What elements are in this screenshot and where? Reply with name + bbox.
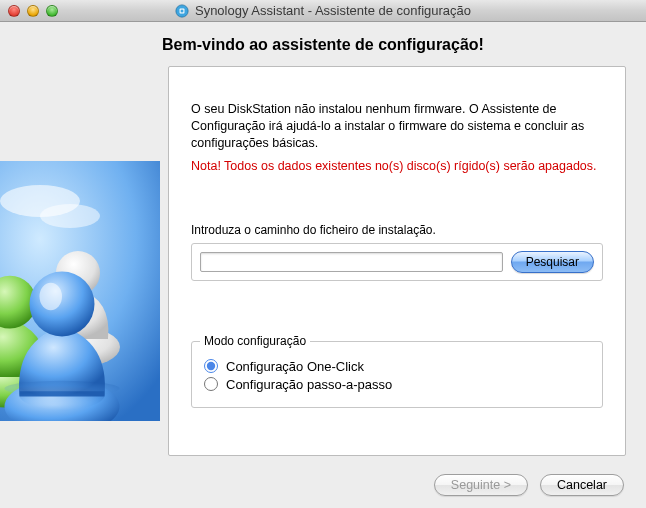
titlebar: Synology Assistant - Assistente de confi… xyxy=(0,0,646,22)
intro-text: O seu DiskStation não instalou nenhum fi… xyxy=(191,101,603,152)
radio-one-click-input[interactable] xyxy=(204,359,218,373)
warning-text: Nota! Todos os dados existentes no(s) di… xyxy=(191,158,603,175)
app-icon xyxy=(175,4,189,18)
window-body: Bem-vindo ao assistente de configuração! xyxy=(0,22,646,508)
mode-fieldset: Modo configuração Configuração One-Click… xyxy=(191,341,603,408)
install-path-input[interactable] xyxy=(200,252,503,272)
footer-buttons: Seguinte > Cancelar xyxy=(434,474,624,496)
radio-step-input[interactable] xyxy=(204,377,218,391)
main-row: O seu DiskStation não instalou nenhum fi… xyxy=(0,66,646,456)
traffic-lights xyxy=(0,5,58,17)
svg-rect-2 xyxy=(181,9,184,12)
browse-button[interactable]: Pesquisar xyxy=(511,251,594,273)
radio-one-click[interactable]: Configuração One-Click xyxy=(204,359,590,374)
page-title: Bem-vindo ao assistente de configuração! xyxy=(0,36,646,54)
mode-legend: Modo configuração xyxy=(200,334,310,348)
window-title: Synology Assistant - Assistente de confi… xyxy=(195,3,471,18)
close-icon[interactable] xyxy=(8,5,20,17)
wizard-side-image xyxy=(0,126,160,456)
cancel-button[interactable]: Cancelar xyxy=(540,474,624,496)
zoom-icon[interactable] xyxy=(46,5,58,17)
window-title-wrap: Synology Assistant - Assistente de confi… xyxy=(0,3,646,18)
svg-point-11 xyxy=(30,272,95,337)
path-label: Introduza o caminho do ficheiro de insta… xyxy=(191,223,603,237)
svg-point-0 xyxy=(176,4,188,16)
wizard-graphic-icon xyxy=(0,161,160,421)
radio-one-click-label: Configuração One-Click xyxy=(226,359,364,374)
svg-rect-1 xyxy=(180,8,185,13)
minimize-icon[interactable] xyxy=(27,5,39,17)
next-button[interactable]: Seguinte > xyxy=(434,474,528,496)
radio-step-by-step[interactable]: Configuração passo-a-passo xyxy=(204,377,590,392)
svg-point-5 xyxy=(40,204,100,228)
svg-point-12 xyxy=(40,283,63,311)
content-panel: O seu DiskStation não instalou nenhum fi… xyxy=(168,66,626,456)
radio-step-label: Configuração passo-a-passo xyxy=(226,377,392,392)
path-input-row: Pesquisar xyxy=(191,243,603,281)
